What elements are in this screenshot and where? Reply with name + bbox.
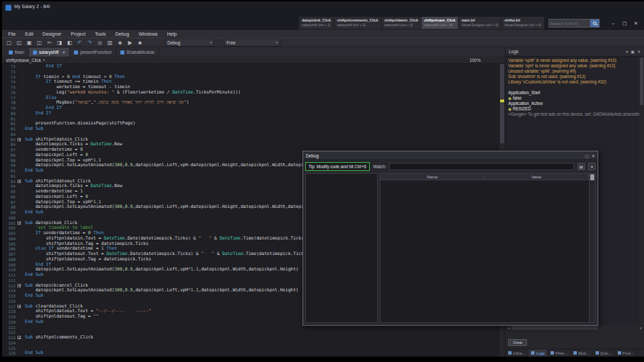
line-number[interactable]: 77 (2, 96, 22, 101)
panel-tab-find[interactable]: Find... (615, 349, 637, 357)
menu-tools[interactable]: Tools (90, 32, 110, 36)
fold-collapse-icon[interactable] (17, 180, 21, 183)
line-number[interactable]: 118 (2, 309, 22, 314)
panel-tab-libra[interactable]: Libra... (506, 349, 528, 357)
line-number[interactable]: 122 (2, 330, 22, 335)
panel-tab-logs[interactable]: Logs (528, 349, 548, 357)
code-line[interactable]: End If (25, 111, 499, 116)
scroll-left-icon[interactable]: ◂ (506, 326, 511, 330)
line-number[interactable]: 111 (2, 273, 22, 278)
minimize-button[interactable]: – (608, 19, 618, 28)
pin-icon[interactable]: ▣ (631, 49, 635, 54)
line-number[interactable]: 105 (2, 242, 22, 247)
dock-icon[interactable]: ▾ (626, 49, 628, 54)
search-button[interactable] (590, 20, 599, 27)
quick-tab-6[interactable]: shiftui.bilVisual Designer (ctrl + 6) (501, 16, 545, 30)
line-number[interactable]: 84 (2, 132, 22, 137)
paste-icon[interactable]: ◧ (65, 38, 74, 46)
line-number[interactable]: 81 (2, 116, 22, 122)
stop-icon[interactable]: ■ (136, 38, 145, 46)
line-number[interactable]: 102 (2, 225, 22, 231)
line-number[interactable]: 117 (2, 304, 22, 310)
line-number[interactable]: 113 (2, 283, 22, 289)
close-button[interactable]: ✕ (631, 19, 641, 28)
find-icon[interactable]: ◎ (95, 38, 104, 46)
line-number[interactable]: 104 (2, 236, 22, 242)
line-number[interactable]: 79 (2, 106, 22, 111)
line-number[interactable]: 71 (2, 64, 22, 69)
code-line[interactable] (25, 330, 499, 335)
quick-tab-4[interactable]: shiftpnlsave_Clicksalaryshift (ctrl + 4) (421, 16, 459, 30)
line-number[interactable]: 86 (2, 142, 22, 147)
line-number[interactable]: 82 (2, 121, 22, 126)
scroll-right-icon[interactable]: ▸ (639, 326, 643, 330)
line-number[interactable]: 101 (2, 221, 22, 226)
code-line[interactable]: End If (25, 64, 499, 69)
comment-icon[interactable]: ▥ (106, 38, 114, 46)
line-number[interactable]: 93 (2, 179, 22, 184)
quick-tab-2[interactable]: shiftpnlcomments_Clicksalaryshift (ctrl … (334, 16, 381, 30)
editor-scrollbar-thumb[interactable] (500, 64, 504, 143)
line-number[interactable]: 119 (2, 314, 22, 320)
debug-modules-panel[interactable] (305, 173, 378, 323)
line-number[interactable]: 103 (2, 231, 22, 236)
line-number[interactable]: 72 (2, 69, 22, 75)
menu-windows[interactable]: Windows (134, 32, 162, 36)
fold-collapse-icon[interactable] (17, 305, 21, 308)
code-line[interactable]: datetimepick.Ticks = DateTime.Now (25, 142, 499, 147)
watch-list-icon[interactable]: ▤ (577, 163, 585, 170)
watch-input[interactable] (389, 163, 574, 170)
watch-dropdown-icon[interactable]: ▾ (588, 163, 596, 170)
fold-collapse-icon[interactable] (17, 138, 21, 141)
line-number[interactable]: 114 (2, 288, 22, 293)
line-number[interactable]: 106 (2, 246, 22, 252)
designer-icon[interactable]: ◈ (116, 38, 124, 46)
line-number[interactable]: 91 (2, 168, 22, 174)
line-number[interactable]: 75 (2, 85, 22, 90)
logs-hscrollbar[interactable]: ◂ ▸ (506, 325, 644, 330)
tab-presentfunction[interactable]: presentFunction (70, 48, 116, 57)
line-number[interactable]: 107 (2, 252, 22, 257)
logs-hscrollbar-thumb[interactable] (512, 326, 598, 330)
quick-tab-5[interactable]: main.bilVisual Designer (ctrl + 5) (458, 16, 501, 30)
logs-scrollbar[interactable] (639, 57, 644, 325)
code-line[interactable]: presentFunction.dismissPage(shiftPage) (25, 121, 499, 126)
line-number[interactable]: 78 (2, 100, 22, 106)
code-line[interactable]: Log("worked minutes: " & (Floor(worketim… (25, 90, 499, 96)
line-number[interactable]: 116 (2, 299, 22, 304)
line-number[interactable]: 126 (2, 351, 22, 356)
debug-close-icon[interactable]: ✕ (592, 153, 595, 158)
menu-debug[interactable]: Debug (111, 32, 134, 36)
debug-titlebar[interactable]: Debug ▢ ✕ (303, 151, 598, 160)
line-number[interactable]: 90 (2, 163, 22, 168)
maximize-button[interactable]: ▢ (619, 19, 630, 28)
line-number[interactable]: 115 (2, 293, 22, 299)
line-number[interactable]: 124 (2, 340, 22, 346)
line-number[interactable]: 94 (2, 184, 22, 189)
code-line[interactable] (25, 340, 499, 346)
fold-collapse-icon[interactable] (17, 336, 21, 339)
line-number[interactable]: 87 (2, 147, 22, 153)
line-number[interactable]: 100 (2, 215, 22, 221)
line-number[interactable]: 85 (2, 137, 22, 143)
line-number[interactable]: 96 (2, 194, 22, 200)
menu-project[interactable]: Project (66, 32, 90, 36)
menu-file[interactable]: File (3, 32, 20, 36)
undo-icon[interactable]: ↶ (75, 38, 84, 46)
quick-tab-1[interactable]: datepickok_Clicksalaryshift (ctrl + 1) (298, 16, 334, 30)
panel-tab-quic[interactable]: Quic... (593, 349, 615, 357)
search-input[interactable] (549, 22, 590, 26)
line-number[interactable]: 110 (2, 267, 22, 273)
panel-tab-files[interactable]: Files... (548, 349, 571, 357)
menu-help[interactable]: Help (163, 32, 182, 36)
clear-logs-button[interactable]: Clear (508, 339, 527, 346)
save-all-icon[interactable]: ◫ (35, 38, 44, 46)
fold-collapse-icon[interactable] (17, 284, 21, 287)
code-line[interactable]: End Sub (25, 126, 499, 132)
line-number[interactable]: 97 (2, 200, 22, 205)
line-number[interactable]: 73 (2, 75, 22, 80)
code-line[interactable] (25, 132, 499, 137)
line-number[interactable]: 80 (2, 111, 22, 116)
build-config-select[interactable]: Debug▾ (165, 38, 214, 46)
current-sub-dropdown[interactable]: shiftpnlsave_Click (6, 58, 41, 63)
